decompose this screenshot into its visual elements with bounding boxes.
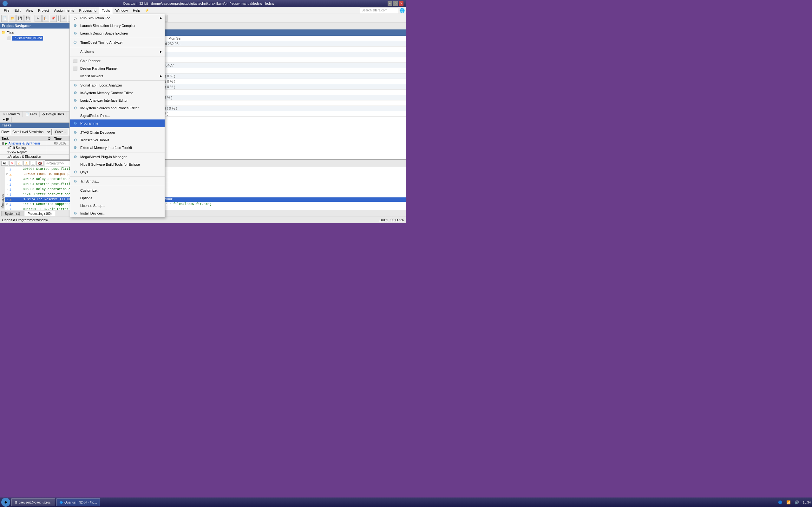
menu-help[interactable]: Help — [131, 7, 143, 14]
files-folder[interactable]: 📁 Files — [1, 30, 68, 35]
menu-tcl-scripts[interactable]: ⚙ Tcl Scripts... — [70, 177, 165, 185]
menu-megawizard[interactable]: ⚙ MegaWizard Plug-In Manager — [70, 153, 165, 161]
minimize-button[interactable]: − — [388, 1, 392, 6]
open-button[interactable]: 📂 — [9, 15, 16, 22]
new-button[interactable]: 📄 — [1, 15, 8, 22]
tab-design-units[interactable]: ⚙ Design Units — [40, 112, 67, 117]
menu-processing[interactable]: Processing — [77, 7, 99, 14]
window-title: Quartus II 32-bit - /home/caeuser/projec… — [9, 2, 388, 5]
filter-suppress-button[interactable]: 🔇 — [37, 161, 44, 166]
save-all-button[interactable]: 💾 — [24, 15, 31, 22]
menu-jtag[interactable]: ⚙ JTAG Chain Debugger — [70, 129, 165, 136]
menu-tools[interactable]: Tools — [99, 7, 113, 14]
menu-license-setup[interactable]: License Setup... — [70, 202, 165, 210]
expand-icon: · — [6, 177, 8, 181]
custom-button[interactable]: Custo... — [53, 129, 68, 135]
divider-8 — [70, 186, 165, 186]
filter-all-button[interactable]: All — [1, 161, 8, 166]
hierarchy-icon: ⚠ — [3, 112, 5, 116]
menu-design-partition[interactable]: ⬜ Design Partition Planner — [70, 65, 165, 72]
design-partition-icon: ⬜ — [72, 66, 78, 71]
cut-button[interactable]: ✂ — [35, 15, 42, 22]
menu-launch-dse[interactable]: ⚙ Launch Design Space Explorer — [70, 30, 165, 37]
vhd-file[interactable]: ⬜ ../../src/ledsw_rtl.vhd — [1, 35, 68, 41]
tab-files[interactable]: 📄 Files — [23, 112, 40, 117]
divider-7 — [70, 176, 165, 177]
programmer-icon: ⚙ — [72, 121, 78, 126]
search-input[interactable] — [360, 8, 398, 13]
menu-timequest[interactable]: ⏱ TimeQuest Timing Analyzer — [70, 39, 165, 46]
menu-nios[interactable]: Nios II Software Build Tools for Eclipse — [70, 161, 165, 168]
tab-hierarchy[interactable]: ⚠ Hierarchy — [0, 112, 23, 117]
tab-processing[interactable]: Processing (100) — [24, 211, 55, 216]
menu-edit[interactable]: Edit — [12, 7, 23, 14]
menu-file[interactable]: File — [1, 7, 12, 14]
task-label[interactable]: View Report — [9, 151, 27, 154]
maximize-button[interactable]: □ — [393, 1, 398, 6]
summary-value: 0 — [146, 90, 406, 95]
menu-insystem-sources[interactable]: ⚙ In-System Sources and Probes Editor — [70, 104, 165, 112]
list-item[interactable]: · ⚠ 169174 The Reserve All Unused Pins..… — [5, 198, 406, 202]
task-status — [46, 150, 53, 155]
table-row: ⊟ ▶ Analysis & Synthesis 00:00:07 — [0, 141, 69, 146]
task-label[interactable]: Analysis & Elaboration — [9, 155, 41, 158]
app-icon — [3, 1, 8, 6]
menu-window[interactable]: Window — [113, 7, 131, 14]
menu-extra[interactable]: ⚡ — [142, 7, 152, 14]
menu-netlist-viewers[interactable]: Netlist Viewers — [70, 72, 165, 80]
menu-assignments[interactable]: Assignments — [52, 7, 77, 14]
save-button[interactable]: 💾 — [16, 15, 23, 22]
task-label[interactable]: Edit Settings — [9, 146, 27, 150]
filter-info-button[interactable]: ℹ — [31, 161, 35, 166]
summary-value: Final — [146, 68, 406, 73]
task-cell: □ Analysis & Elaboration — [0, 155, 46, 159]
tab-system[interactable]: System (1) — [1, 211, 23, 216]
menu-insystem-memory[interactable]: ⚙ In-System Memory Content Editor — [70, 89, 165, 97]
menu-bar: File Edit View Project Assignments Proce… — [0, 7, 406, 14]
sep1 — [33, 15, 33, 21]
list-item: · ℹ 11218 Fitter post-fit operations — [5, 192, 406, 198]
menu-logic-analyzer[interactable]: ⚙ Logic Analyzer Interface Editor — [70, 97, 165, 104]
menu-options[interactable]: Options... — [70, 194, 165, 202]
menu-advisors[interactable]: Advisors — [70, 48, 165, 55]
nios-icon — [72, 162, 78, 167]
menu-signalprobe[interactable]: SignalProbe Pins... — [70, 112, 165, 119]
menu-signaltap[interactable]: ⚙ SignalTap II Logic Analyzer — [70, 81, 165, 89]
copy-button[interactable]: 📋 — [42, 15, 49, 22]
filter-warning-button[interactable]: ⚠ — [16, 161, 22, 166]
expand-icon[interactable]: ⊟ — [2, 142, 4, 145]
task-label[interactable]: Analysis & Synthesis — [9, 142, 41, 145]
messages-list[interactable]: · ℹ 306004 Started post-fitting delay an… — [5, 167, 406, 210]
list-item: ⊞ ⚠ 306006 Found 10 output pins withou..… — [5, 172, 406, 177]
list-item: · ℹ 306004 Started post-fitting delay... — [5, 182, 406, 187]
warn-icon: ⚠ — [9, 198, 11, 202]
menu-qsys[interactable]: ⚙ Qsys — [70, 168, 165, 176]
menu-customize[interactable]: Customize... — [70, 187, 165, 194]
menu-programmer[interactable]: ⚙ Programmer — [70, 119, 165, 127]
close-button[interactable]: ✕ — [399, 1, 403, 6]
list-item: · ℹ 306004 Started post-fitting delay an… — [5, 167, 406, 172]
insystem-mem-icon: ⚙ — [72, 90, 78, 95]
design-units-icon: ⚙ — [42, 112, 45, 116]
filter-error-button[interactable]: ✕ — [9, 161, 15, 166]
summary-value: Successful - Mon Se... — [146, 36, 406, 41]
flow-select[interactable]: Gate Level Simulation — [11, 129, 51, 135]
menu-chip-planner[interactable]: ⬜ Chip Planner — [70, 57, 165, 65]
tcl-icon: ⚙ — [72, 179, 78, 184]
menu-project[interactable]: Project — [36, 7, 51, 14]
menu-launch-sim-lib[interactable]: ⚙ Launch Simulation Library Compiler — [70, 22, 165, 30]
netlist-icon — [72, 73, 78, 78]
menu-transceiver[interactable]: ⚙ Transceiver Toolkit — [70, 136, 165, 144]
menu-install-devices[interactable]: ⚙ Install Devices... — [70, 210, 165, 217]
menu-view[interactable]: View — [23, 7, 36, 14]
license-icon — [72, 203, 78, 208]
tasks-title: Tasks — [0, 123, 69, 128]
filter-critical-button[interactable]: ⚠ — [23, 161, 30, 166]
menu-run-simulation[interactable]: ▷ Run Simulation Tool — [70, 14, 165, 22]
menu-ext-memory[interactable]: ⚙ External Memory Interface Toolkit — [70, 144, 165, 152]
tab-ip[interactable]: ✦ IP — [0, 117, 12, 122]
paste-button[interactable]: 📌 — [50, 15, 57, 22]
undo-button[interactable]: ↩ — [60, 15, 67, 22]
summary-value: 0 / 18,752 ( 0 % ) — [146, 73, 406, 79]
list-item: ⊞ ℹ 144001 Generated suppressed messag..… — [5, 202, 406, 207]
